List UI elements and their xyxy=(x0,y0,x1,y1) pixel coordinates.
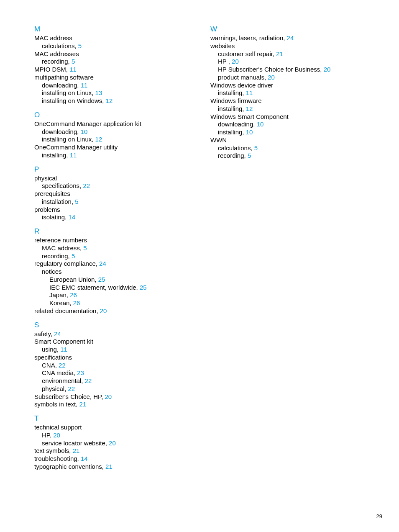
index-entry-text: physical xyxy=(34,175,57,182)
index-entry: CNA, 22 xyxy=(42,362,194,370)
index-page-ref[interactable]: 24 xyxy=(99,260,106,267)
index-entry: European Union, 25 xyxy=(49,276,194,284)
index-page-ref[interactable]: 11 xyxy=(246,89,253,96)
index-page-ref[interactable]: 24 xyxy=(54,330,61,337)
index-page-ref[interactable]: 21 xyxy=(73,447,80,454)
page-number: 29 xyxy=(376,513,382,519)
index-page-ref[interactable]: 21 xyxy=(276,50,283,57)
index-entry-text: safety, xyxy=(34,330,54,337)
index-entry-text: warnings, lasers, radiation, xyxy=(210,34,287,41)
index-entry: HP Subscriber's Choice for Business, 20 xyxy=(218,66,370,74)
index-entry: OneCommand Manager utility xyxy=(34,144,194,152)
index-entry: prerequisites xyxy=(34,190,194,198)
index-page-ref[interactable]: 5 xyxy=(248,152,251,159)
index-entry: downloading, 11 xyxy=(42,82,194,90)
index-entry-text: installing, xyxy=(218,105,246,112)
index-entry-text: environmental, xyxy=(42,377,85,384)
index-entry: service locator website, 20 xyxy=(42,439,194,447)
index-entry-text: troubleshooting, xyxy=(34,455,81,462)
index-entry-text: MAC addresses xyxy=(34,50,79,57)
index-page-ref[interactable]: 21 xyxy=(79,401,87,408)
index-page-ref[interactable]: 5 xyxy=(75,198,78,205)
index-entry: installing, 10 xyxy=(218,129,370,136)
index-page-ref[interactable]: 10 xyxy=(246,129,253,136)
index-entry-text: recording, xyxy=(218,152,248,159)
index-entry-text: Smart Component kit xyxy=(34,338,93,345)
index-entry-text: European Union, xyxy=(49,276,98,283)
index-entry-text: MAC address xyxy=(34,34,72,41)
index-right-column: Wwarnings, lasers, radiation, 24websites… xyxy=(210,25,370,471)
index-page-ref[interactable]: 22 xyxy=(68,385,75,392)
index-page-ref[interactable]: 5 xyxy=(254,144,258,152)
index-entry-text: installation, xyxy=(42,198,75,205)
index-page-ref[interactable]: 22 xyxy=(83,182,90,189)
index-entry-text: IEC EMC statement, worldwide, xyxy=(49,284,140,291)
index-entry: troubleshooting, 14 xyxy=(34,455,194,463)
index-entry-text: installing on Linux, xyxy=(42,89,95,96)
index-entry-text: HP, xyxy=(42,432,53,439)
index-page-ref[interactable]: 20 xyxy=(53,432,60,439)
index-entry-text: installing on Windows, xyxy=(42,97,106,104)
index-page-ref[interactable]: 20 xyxy=(105,393,112,400)
index-page-ref[interactable]: 11 xyxy=(60,346,67,353)
index-entry-text: Korean, xyxy=(49,299,73,306)
index-page-ref[interactable]: 20 xyxy=(268,74,275,81)
index-entry: MAC address, 5 xyxy=(42,244,194,252)
index-page-ref[interactable]: 20 xyxy=(232,58,239,65)
index-entry-text: MAC address, xyxy=(42,244,83,252)
index-entry: isolating, 14 xyxy=(42,213,194,221)
index-page-ref[interactable]: 5 xyxy=(72,252,75,260)
index-entry-text: installing on Linux, xyxy=(42,136,95,143)
index-page-ref[interactable]: 25 xyxy=(140,284,147,291)
index-page-ref[interactable]: 22 xyxy=(85,377,92,384)
index-page-ref[interactable]: 22 xyxy=(59,362,66,369)
index-entry: reference numbers xyxy=(34,236,194,244)
index-entry: CNA media, 23 xyxy=(42,369,194,377)
index-page-ref[interactable]: 14 xyxy=(68,213,75,221)
index-page-ref[interactable]: 11 xyxy=(70,152,77,159)
index-page-ref[interactable]: 14 xyxy=(81,455,88,462)
index-page-ref[interactable]: 5 xyxy=(83,244,87,252)
index-page-ref[interactable]: 10 xyxy=(81,128,88,135)
index-entry-text: recording, xyxy=(42,252,72,260)
index-page-ref[interactable]: 20 xyxy=(324,66,331,73)
index-entry-text: websites xyxy=(210,42,235,49)
index-entry: calculations, 5 xyxy=(218,144,370,152)
index-entry-text: Subscriber's Choice, HP, xyxy=(34,393,105,400)
index-page-ref[interactable]: 20 xyxy=(109,439,116,447)
index-page-ref[interactable]: 26 xyxy=(73,299,80,306)
index-entry: problems xyxy=(34,206,194,214)
index-page-ref[interactable]: 25 xyxy=(98,276,105,283)
index-page-ref[interactable]: 13 xyxy=(95,89,102,96)
index-entry: calculations, 5 xyxy=(42,42,194,50)
index-page-ref[interactable]: 23 xyxy=(77,369,84,376)
index-entry-text: symbols in text, xyxy=(34,401,79,408)
index-page-ref[interactable]: 10 xyxy=(257,121,264,128)
index-page-ref[interactable]: 5 xyxy=(78,42,82,49)
index-section-letter: S xyxy=(34,321,194,329)
index-entry-text: using, xyxy=(42,346,60,353)
index-entry: specifications, 22 xyxy=(42,182,194,190)
index-page-ref[interactable]: 11 xyxy=(81,82,88,89)
index-entry-text: downloading, xyxy=(42,128,81,135)
index-page-ref[interactable]: 20 xyxy=(100,307,107,314)
index-page-ref[interactable]: 26 xyxy=(70,291,77,298)
index-entry-text: downloading, xyxy=(218,121,257,128)
index-entry-text: HP Subscriber's Choice for Business, xyxy=(218,66,324,73)
index-page-ref[interactable]: 11 xyxy=(69,66,77,73)
index-entry-text: service locator website, xyxy=(42,439,109,447)
index-entry-text: WWN xyxy=(210,136,227,144)
index-entry: technical support xyxy=(34,424,194,432)
index-entry: installing, 12 xyxy=(218,105,370,113)
index-entry: Windows Smart Component xyxy=(210,113,370,121)
index-entry: MPIO DSM, 11 xyxy=(34,66,194,74)
index-page-ref[interactable]: 5 xyxy=(72,58,75,65)
index-entry: physical xyxy=(34,175,194,182)
index-page-ref[interactable]: 12 xyxy=(106,97,113,104)
index-entry-text: recording, xyxy=(42,58,72,65)
index-page-ref[interactable]: 12 xyxy=(95,136,102,143)
index-page-ref[interactable]: 12 xyxy=(246,105,253,112)
index-entry-text: reference numbers xyxy=(34,236,87,244)
index-page-ref[interactable]: 21 xyxy=(105,463,113,470)
index-page-ref[interactable]: 24 xyxy=(287,34,294,41)
